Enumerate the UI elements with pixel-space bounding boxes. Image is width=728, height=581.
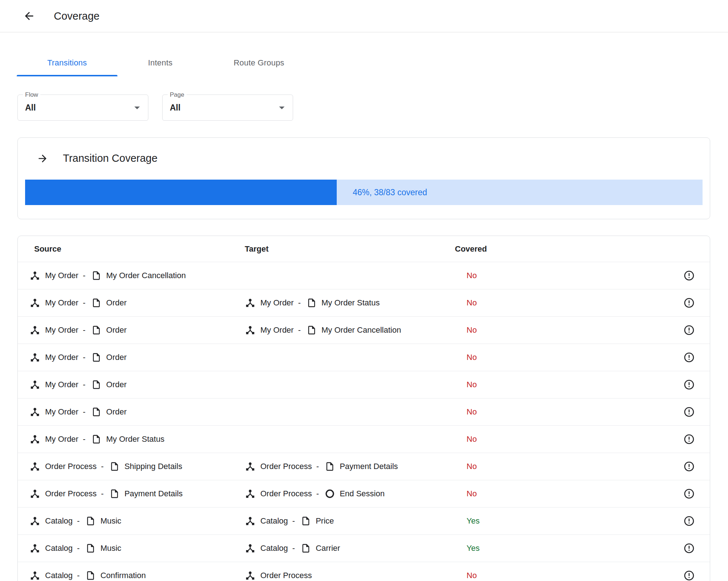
row-info-button[interactable] (683, 297, 695, 309)
covered-value: Yes (448, 544, 679, 553)
page-icon (85, 516, 96, 526)
coverage-progress-label: 46%, 38/83 covered (353, 188, 427, 197)
page-name: Price (316, 516, 334, 526)
source-cell: My Order-Order (29, 297, 240, 308)
filter-bar: Flow All Page All (17, 95, 728, 121)
tab-intents[interactable]: Intents (117, 49, 203, 76)
flow-icon (245, 488, 256, 499)
back-button[interactable] (22, 9, 36, 23)
arrow-drop-down-icon (131, 101, 144, 114)
row-info-button[interactable] (683, 569, 695, 581)
flow-name: My Order (45, 407, 79, 417)
flow-icon (245, 325, 256, 336)
info-icon (683, 461, 695, 472)
separator: - (101, 489, 104, 498)
row-info-button[interactable] (683, 378, 695, 391)
table-row: Order Process-Shipping Details Order Pro… (18, 453, 710, 480)
flow-icon (29, 570, 40, 581)
info-icon (683, 352, 695, 363)
info-icon (683, 542, 695, 554)
page-name: Carrier (316, 544, 340, 553)
separator: - (316, 462, 319, 471)
page-icon (109, 489, 120, 499)
separator: - (83, 298, 85, 308)
row-info-button[interactable] (683, 542, 695, 554)
flow-icon (29, 488, 40, 499)
separator: - (77, 516, 80, 526)
separator: - (292, 516, 295, 526)
page-name: Order (106, 325, 127, 335)
source-cell: Catalog-Confirmation (29, 570, 240, 581)
page-select[interactable]: Page All (162, 95, 293, 121)
flow-icon (29, 516, 40, 526)
column-header-covered: Covered (448, 244, 679, 254)
separator: - (83, 271, 85, 280)
info-icon (683, 297, 695, 309)
flow-icon (29, 406, 40, 417)
info-icon (683, 379, 695, 390)
row-info-button[interactable] (683, 460, 695, 473)
page-name: Shipping Details (124, 462, 182, 471)
page-icon (307, 298, 317, 308)
page-icon (91, 325, 101, 335)
source-cell: Order Process-Payment Details (29, 488, 240, 499)
coverage-card-header: Transition Coverage (37, 152, 703, 164)
row-info-button[interactable] (683, 351, 695, 364)
source-cell: Order Process-Shipping Details (29, 461, 240, 472)
covered-value: No (448, 489, 679, 498)
table-row: My Order-My Order Status No (18, 426, 710, 453)
flow-icon (29, 352, 40, 363)
page-select-label: Page (168, 91, 187, 99)
row-info-button[interactable] (683, 324, 695, 336)
page-icon (85, 543, 96, 553)
separator: - (83, 325, 85, 335)
tab-route-groups[interactable]: Route Groups (203, 49, 315, 76)
info-icon (683, 406, 695, 418)
source-cell: My Order-My Order Status (29, 434, 240, 445)
page-icon (91, 352, 101, 362)
row-info-button[interactable] (683, 433, 695, 445)
tab-label: Route Groups (233, 58, 284, 68)
info-icon (683, 270, 695, 281)
flow-icon (245, 461, 256, 472)
page-icon (325, 461, 335, 472)
flow-name: Catalog (45, 571, 73, 580)
table-row: My Order-Order No (18, 344, 710, 371)
info-icon (683, 433, 695, 445)
flow-name: Order Process (260, 489, 312, 498)
page-icon (91, 407, 101, 417)
flow-select[interactable]: Flow All (17, 95, 148, 121)
covered-value: No (448, 298, 679, 308)
page-name: Music (100, 516, 121, 526)
row-info-button[interactable] (683, 488, 695, 500)
page-name: Payment Details (340, 462, 398, 471)
tab-label: Intents (148, 58, 172, 68)
separator: - (298, 298, 301, 308)
flow-icon (245, 516, 256, 526)
flow-name: My Order (260, 298, 294, 308)
page-name: My Order Status (321, 298, 380, 308)
table-row: My Order-Order My Order-My Order Status … (18, 289, 710, 317)
page-name: Payment Details (124, 489, 183, 498)
flow-icon (29, 270, 40, 281)
row-info-button[interactable] (683, 515, 695, 527)
page-title: Coverage (54, 10, 100, 22)
flow-name: Catalog (260, 516, 288, 526)
page-name: Order (106, 380, 127, 389)
info-icon (683, 488, 695, 500)
target-cell: My Order-My Order Cancellation (240, 325, 448, 336)
table-row: My Order-Order My Order-My Order Cancell… (18, 317, 710, 344)
flow-name: My Order (260, 325, 294, 335)
coverage-title: Transition Coverage (63, 152, 157, 164)
row-info-button[interactable] (683, 269, 695, 282)
source-cell: My Order-Order (29, 352, 240, 363)
flow-icon (29, 379, 40, 390)
flow-name: Order Process (45, 489, 97, 498)
covered-value: No (448, 462, 679, 471)
source-cell: My Order-Order (29, 325, 240, 336)
row-info-button[interactable] (683, 406, 695, 418)
covered-value: No (448, 407, 679, 417)
column-header-target: Target (240, 244, 448, 254)
coverage-progress-bar: 46%, 38/83 covered (25, 180, 703, 205)
tab-transitions[interactable]: Transitions (17, 49, 117, 76)
